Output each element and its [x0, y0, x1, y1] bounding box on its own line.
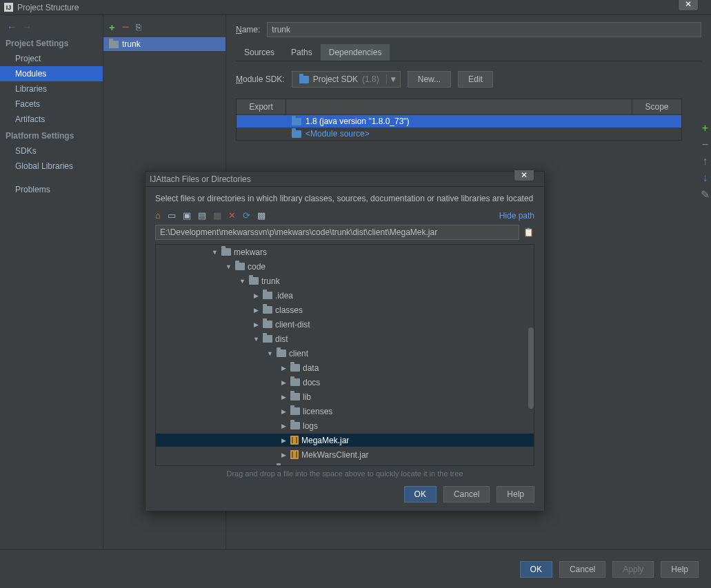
collapse-icon[interactable]: ▶ — [280, 437, 288, 444]
tab-dependencies[interactable]: Dependencies — [321, 44, 390, 61]
footer: OK Cancel Apply Help — [0, 549, 711, 588]
folder-icon — [263, 292, 272, 299]
sdk-value: Project SDK — [313, 74, 358, 84]
expand-icon[interactable]: ▼ — [239, 278, 246, 285]
desktop-icon[interactable]: ▭ — [168, 210, 176, 221]
add-dependency-icon[interactable]: + — [702, 122, 708, 134]
dep-row-jdk[interactable]: 1.8 (java version "1.8.0_73") — [237, 115, 681, 128]
hide-path-link[interactable]: Hide path — [499, 211, 534, 221]
tree-scrollbar[interactable] — [528, 327, 534, 409]
attach-files-dialog: IJ Attach Files or Directories ✕ Select … — [145, 171, 545, 511]
collapse-icon[interactable]: ▶ — [280, 394, 288, 401]
collapse-icon[interactable]: ▶ — [252, 307, 260, 314]
drag-drop-hint: Drag and drop a file into the space abov… — [155, 469, 534, 478]
tree-node-clientdist[interactable]: client-dist — [275, 320, 310, 330]
tree-node-trunk[interactable]: trunk — [261, 276, 280, 286]
module-name-input[interactable] — [267, 22, 701, 37]
collapse-icon[interactable]: ▶ — [280, 408, 288, 415]
back-icon[interactable]: ← — [7, 21, 17, 32]
expand-icon[interactable]: ▼ — [211, 249, 219, 256]
col-scope[interactable]: Scope — [632, 99, 681, 114]
collapse-icon[interactable]: ▶ — [252, 292, 260, 299]
tab-paths[interactable]: Paths — [283, 44, 321, 61]
tree-node-docs[interactable]: docs — [303, 378, 320, 387]
tree-node-licenses[interactable]: licenses — [303, 407, 332, 416]
ok-button[interactable]: OK — [520, 561, 552, 578]
tree-node-classes[interactable]: classes — [275, 305, 303, 315]
sidebar-item-project[interactable]: Project — [0, 51, 103, 66]
cancel-button[interactable]: Cancel — [559, 561, 605, 578]
col-export[interactable]: Export — [237, 99, 286, 114]
dep-row-module-source[interactable]: <Module source> — [237, 128, 681, 140]
expand-icon[interactable]: ▼ — [266, 350, 274, 357]
module-item-trunk[interactable]: trunk — [103, 37, 226, 51]
delete-icon[interactable]: ✕ — [228, 210, 236, 221]
expand-icon[interactable]: ▼ — [252, 336, 260, 343]
module-item-label: trunk — [122, 39, 141, 49]
project-icon[interactable]: ▣ — [183, 210, 191, 221]
expand-icon[interactable]: ▼ — [225, 263, 232, 270]
tree-node-mekwars[interactable]: mekwars — [234, 247, 267, 257]
path-input[interactable] — [155, 225, 519, 240]
edit-dependency-icon[interactable]: ✎ — [701, 188, 710, 201]
move-down-icon[interactable]: ↓ — [703, 172, 708, 184]
tree-node-mekwarsclient[interactable]: MekWarsClient.jar — [301, 450, 369, 460]
tab-sources[interactable]: Sources — [236, 44, 283, 61]
title-bar: IJ Project Structure ✕ — [0, 0, 711, 15]
move-up-icon[interactable]: ↑ — [703, 155, 708, 168]
copy-module-icon[interactable]: ⎘ — [136, 22, 141, 32]
dialog-toolbar: ⌂ ▭ ▣ ▤ ▦ ✕ ⟳ ▩ Hide path — [155, 210, 534, 221]
collapse-icon[interactable]: ▶ — [280, 379, 288, 386]
tree-node-logs[interactable]: logs — [303, 421, 318, 431]
edit-sdk-button[interactable]: Edit — [458, 71, 493, 88]
sidebar-item-libraries[interactable]: Libraries — [0, 81, 103, 97]
sidebar-item-sdks[interactable]: SDKs — [0, 143, 103, 159]
tree-node-megamek[interactable]: MegaMek.jar — [301, 436, 349, 445]
tree-node-code[interactable]: code — [248, 262, 266, 272]
apply-button[interactable]: Apply — [612, 561, 654, 578]
file-tree[interactable]: ▼mekwars ▼code ▼trunk ▶.idea ▶classes ▶c… — [155, 244, 534, 466]
dialog-cancel-button[interactable]: Cancel — [443, 486, 490, 503]
dialog-ok-button[interactable]: OK — [404, 486, 437, 503]
sidebar-item-problems[interactable]: Problems — [0, 182, 103, 197]
sidebar-item-modules[interactable]: Modules — [0, 66, 103, 81]
remove-module-icon[interactable]: − — [122, 23, 130, 30]
tree-node-client[interactable]: client — [289, 349, 308, 358]
history-icon[interactable]: 📋 — [522, 225, 534, 240]
show-hidden-icon[interactable]: ▩ — [257, 210, 266, 221]
tree-node-lib[interactable]: lib — [303, 392, 311, 402]
home-icon[interactable]: ⌂ — [155, 210, 161, 221]
collapse-icon[interactable]: ▶ — [252, 321, 260, 328]
folder-icon — [221, 248, 231, 256]
help-button[interactable]: Help — [661, 561, 699, 578]
sdk-version: (1.8) — [362, 74, 379, 84]
folder-icon — [235, 263, 245, 270]
tree-node-megamek-row[interactable]: ▶MegaMek.jar — [156, 434, 534, 447]
dialog-close-button[interactable]: ✕ — [514, 170, 534, 181]
new-folder-icon[interactable]: ▤ — [198, 210, 206, 221]
dialog-help-button[interactable]: Help — [497, 486, 534, 503]
window-close-button[interactable]: ✕ — [678, 0, 699, 11]
dialog-app-icon: IJ — [150, 174, 156, 184]
remove-dependency-icon[interactable]: − — [702, 139, 708, 151]
add-module-icon[interactable]: + — [109, 21, 115, 33]
jar-icon — [290, 436, 299, 445]
tree-node-dist[interactable]: dist — [275, 334, 288, 344]
collapse-icon[interactable]: ▶ — [280, 452, 288, 458]
tree-node-server[interactable]: server — [289, 465, 312, 467]
sidebar-item-global-libraries[interactable]: Global Libraries — [0, 159, 103, 174]
tree-node-idea[interactable]: .idea — [275, 291, 293, 301]
collapse-icon[interactable]: ▶ — [266, 466, 274, 467]
collapse-icon[interactable]: ▶ — [280, 365, 288, 372]
tree-node-data[interactable]: data — [303, 363, 319, 373]
sidebar-item-artifacts[interactable]: Artifacts — [0, 112, 103, 127]
window-title: Project Structure — [17, 3, 79, 12]
sdk-dropdown-icon[interactable]: ▼ — [386, 74, 400, 84]
jar-icon — [290, 450, 299, 459]
new-sdk-button[interactable]: New... — [408, 71, 451, 88]
sdk-select[interactable]: Project SDK (1.8) ▼ — [292, 71, 401, 88]
collapse-icon[interactable]: ▶ — [280, 423, 288, 429]
forward-icon[interactable]: → — [22, 21, 32, 32]
refresh-icon[interactable]: ⟳ — [243, 210, 250, 221]
sidebar-item-facets[interactable]: Facets — [0, 97, 103, 112]
